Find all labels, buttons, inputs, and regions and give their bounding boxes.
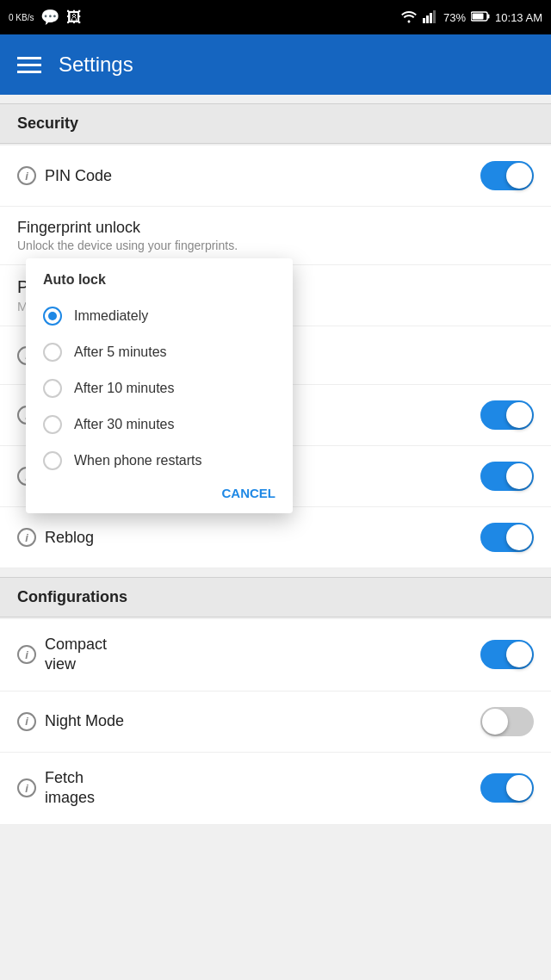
reblog-left: i Reblog [17, 528, 480, 547]
fetch-images-left: i Fetchimages [17, 768, 480, 809]
svg-rect-5 [487, 14, 490, 18]
mentions-toggle[interactable] [480, 462, 534, 491]
whatsapp-icon: 💬 [40, 8, 59, 27]
autolock-option-5min[interactable]: After 5 minutes [26, 334, 293, 370]
kb-indicator: 0 KB/s [9, 13, 34, 22]
section-configurations: Configurations [0, 577, 551, 617]
autolock-option-restart[interactable]: When phone restarts [26, 443, 293, 479]
reblog-label: Reblog [45, 529, 94, 547]
svg-rect-3 [433, 10, 436, 23]
autolock-label-restart: When phone restarts [74, 453, 202, 468]
autolock-radio-30min [43, 415, 62, 434]
night-mode-toggle-knob [482, 709, 508, 735]
wifi-icon [400, 9, 418, 26]
compact-view-left: i Compactview [17, 635, 480, 675]
setting-row-compact-view: i Compactview [0, 619, 551, 692]
autolock-cancel-button[interactable]: CANCEL [222, 486, 276, 500]
pin-code-toggle[interactable] [480, 161, 534, 190]
setting-row-pin-code: i PIN Code [0, 146, 551, 207]
fetch-images-info-icon[interactable]: i [17, 778, 36, 797]
photo-icon: 🖼 [66, 9, 82, 27]
autolock-label-10min: After 10 minutes [74, 381, 175, 396]
svg-rect-6 [473, 13, 484, 19]
hamburger-menu[interactable] [17, 57, 41, 73]
autolock-label-immediately: Immediately [74, 308, 148, 324]
battery-icon [471, 11, 490, 24]
setting-row-night-mode: i Night Mode [0, 692, 551, 753]
section-security: Security [0, 103, 551, 144]
status-right: 73% 10:13 AM [400, 9, 542, 26]
night-mode-info-icon[interactable]: i [17, 712, 36, 731]
svg-rect-1 [426, 16, 429, 23]
pin-code-label: PIN Code [45, 167, 112, 185]
follow-toggle-knob [506, 402, 532, 428]
reblog-info-icon[interactable]: i [17, 528, 36, 547]
pin-code-left: i PIN Code [17, 166, 480, 185]
fetch-images-toggle[interactable] [480, 773, 534, 803]
reblog-toggle-knob [506, 524, 532, 550]
autolock-option-10min[interactable]: After 10 minutes [26, 370, 293, 406]
autolock-radio-restart [43, 451, 62, 470]
battery-percentage: 73% [443, 11, 466, 24]
autolock-option-immediately[interactable]: Immediately [26, 298, 293, 334]
autolock-cancel-area: CANCEL [26, 479, 293, 506]
night-mode-toggle[interactable] [480, 707, 534, 736]
compact-view-info-icon[interactable]: i [17, 645, 36, 664]
pin-code-info-icon[interactable]: i [17, 166, 36, 185]
setting-row-reblog: i Reblog [0, 507, 551, 568]
compact-view-label: Compactview [45, 635, 107, 675]
setting-row-fetch-images: i Fetchimages [0, 753, 551, 825]
autolock-label-5min: After 5 minutes [74, 344, 167, 360]
app-bar-title: Settings [59, 53, 133, 77]
signal-icon [423, 9, 438, 26]
autolock-dialog: Auto lock Immediately After 5 minutes Af… [26, 258, 293, 513]
svg-rect-2 [430, 13, 432, 23]
reblog-toggle[interactable] [480, 523, 534, 552]
fingerprint-label: Fingerprint unlock [17, 219, 534, 237]
mentions-toggle-knob [506, 463, 532, 489]
svg-rect-0 [423, 18, 425, 23]
fetch-images-toggle-knob [506, 775, 532, 801]
night-mode-left: i Night Mode [17, 712, 480, 731]
follow-toggle[interactable] [480, 400, 534, 430]
fingerprint-subtitle: Unlock the device using your fingerprint… [17, 239, 534, 252]
status-bar: 0 KB/s 💬 🖼 73% 10:13 AM [0, 0, 551, 34]
autolock-title: Auto lock [26, 272, 293, 298]
setting-row-fingerprint: Fingerprint unlock Unlock the device usi… [0, 207, 551, 265]
autolock-label-30min: After 30 minutes [74, 417, 175, 432]
autolock-radio-5min [43, 343, 62, 362]
autolock-radio-10min [43, 379, 62, 398]
pin-code-toggle-knob [506, 163, 532, 189]
autolock-radio-immediately [43, 307, 62, 326]
app-bar: Settings [0, 34, 551, 95]
fetch-images-label: Fetchimages [45, 768, 95, 809]
compact-view-toggle-knob [506, 642, 532, 667]
time: 10:13 AM [495, 11, 542, 24]
compact-view-toggle[interactable] [480, 640, 534, 669]
status-left: 0 KB/s 💬 🖼 [9, 8, 82, 27]
autolock-radio-inner-immediately [48, 312, 57, 320]
night-mode-label: Night Mode [45, 712, 124, 730]
autolock-option-30min[interactable]: After 30 minutes [26, 406, 293, 443]
